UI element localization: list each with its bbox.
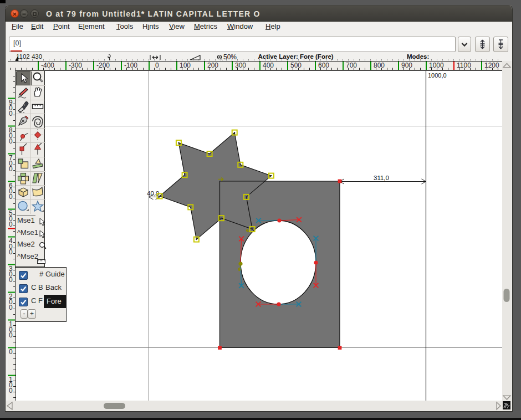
svg-text:400: 400 [263, 62, 274, 69]
svg-text:200: 200 [207, 62, 218, 69]
svg-text:800: 800 [374, 62, 385, 69]
svg-text:0: 0 [9, 137, 13, 145]
svg-text:0: 0 [9, 304, 13, 311]
svg-text:-100: -100 [124, 62, 137, 69]
svg-text:1000,0: 1000,0 [428, 72, 447, 79]
svg-text:900: 900 [401, 62, 412, 69]
svg-text:100: 100 [180, 62, 191, 69]
svg-text:1200: 1200 [484, 62, 499, 69]
svg-text:0: 0 [9, 331, 13, 339]
svg-text:600: 600 [318, 62, 329, 69]
svg-text:1100: 1100 [457, 62, 471, 69]
svg-text:0: 0 [9, 110, 13, 117]
svg-text:0: 0 [9, 348, 13, 356]
svg-text:500: 500 [290, 62, 302, 69]
svg-text:311,0: 311,0 [374, 175, 389, 181]
svg-text:-200: -200 [96, 62, 110, 69]
svg-text:-400: -400 [41, 62, 54, 69]
svg-text:0: 0 [9, 276, 13, 284]
svg-text:700: 700 [346, 62, 357, 69]
svg-text:0: 0 [155, 62, 159, 69]
svg-text:0: 0 [9, 193, 13, 201]
svg-text:0: 0 [9, 165, 13, 173]
svg-text:-300: -300 [69, 62, 82, 69]
svg-text:300: 300 [235, 62, 246, 69]
svg-text:1000: 1000 [429, 62, 444, 69]
svg-text:0: 0 [9, 248, 13, 256]
svg-text:0: 0 [9, 387, 13, 395]
svg-text:0: 0 [9, 221, 13, 228]
